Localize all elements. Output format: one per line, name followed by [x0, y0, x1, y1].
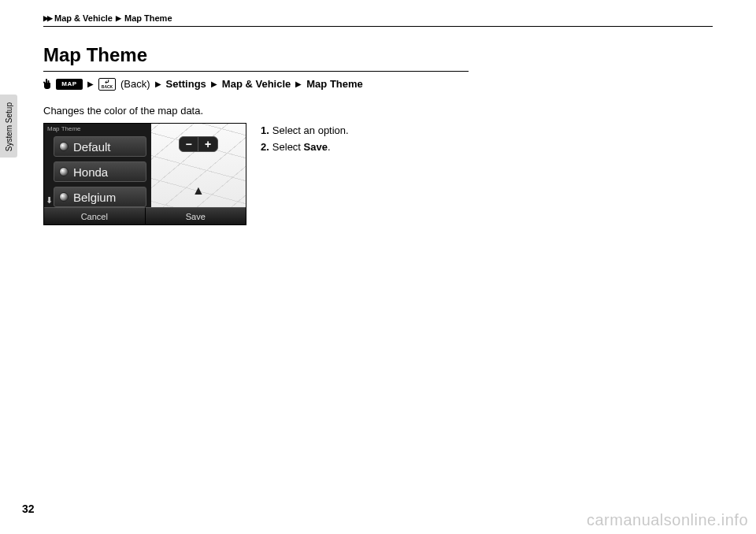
chevron-icon: ▶: [211, 76, 217, 92]
breadcrumb: ▶▶ Map & Vehicle ▶ Map Theme: [43, 13, 713, 23]
radio-icon: [59, 167, 69, 176]
scroll-indicator: ⬇: [46, 138, 52, 206]
path-settings: Settings: [166, 76, 206, 92]
radio-icon: [59, 192, 69, 202]
back-button-icon: ⤶ BACK: [98, 78, 116, 91]
breadcrumb-level2: Map Theme: [124, 13, 172, 23]
theme-option: Default: [54, 136, 146, 157]
theme-option-label: Honda: [73, 165, 108, 179]
step-number: 1.: [261, 123, 269, 139]
navigation-path: MAP ▶ ⤶ BACK (Back) ▶ Settings ▶ Map & V…: [43, 76, 469, 92]
back-text: (Back): [120, 76, 150, 92]
chevron-double-icon: ▶▶: [43, 14, 51, 22]
theme-option: Belgium: [54, 187, 146, 207]
theme-option: Honda: [54, 161, 146, 182]
chevron-icon: ▶: [116, 14, 121, 22]
radio-icon: [59, 142, 69, 151]
step-item: 1. Select an option.: [261, 123, 349, 139]
path-map-theme: Map Theme: [306, 76, 363, 92]
instruction-steps: 1. Select an option. 2. Select Save.: [261, 123, 349, 225]
watermark: carmanualsonline.info: [587, 511, 748, 529]
step-number: 2.: [261, 139, 269, 156]
example-screenshot: Map Theme ⬇ Default Honda Belgium: [43, 123, 246, 225]
breadcrumb-level1: Map & Vehicle: [54, 13, 113, 23]
save-button: Save: [146, 207, 246, 224]
arrow-down-icon: ⬇: [46, 195, 53, 206]
step-text: Select Save.: [272, 139, 331, 156]
step-item: 2. Select Save.: [261, 139, 349, 156]
page-number: 32: [22, 502, 35, 515]
page-title: Map Theme: [43, 44, 713, 66]
chevron-icon: ▶: [87, 76, 94, 92]
chevron-icon: ▶: [155, 76, 161, 92]
map-button-icon: MAP: [56, 79, 83, 90]
theme-option-label: Belgium: [73, 191, 116, 204]
theme-option-label: Default: [73, 140, 111, 154]
hand-icon: [43, 79, 51, 90]
cancel-button: Cancel: [44, 207, 146, 224]
description-text: Changes the color of the map data.: [43, 105, 713, 117]
screenshot-header: Map Theme: [47, 125, 81, 132]
zoom-control: − +: [179, 136, 218, 152]
chevron-icon: ▶: [295, 76, 302, 92]
zoom-plus-icon: +: [198, 137, 217, 151]
step-text: Select an option.: [272, 123, 349, 139]
zoom-minus-icon: −: [180, 137, 198, 151]
path-map-vehicle: Map & Vehicle: [222, 76, 291, 92]
vehicle-cursor-icon: ▲: [192, 184, 205, 198]
divider: [43, 26, 713, 27]
